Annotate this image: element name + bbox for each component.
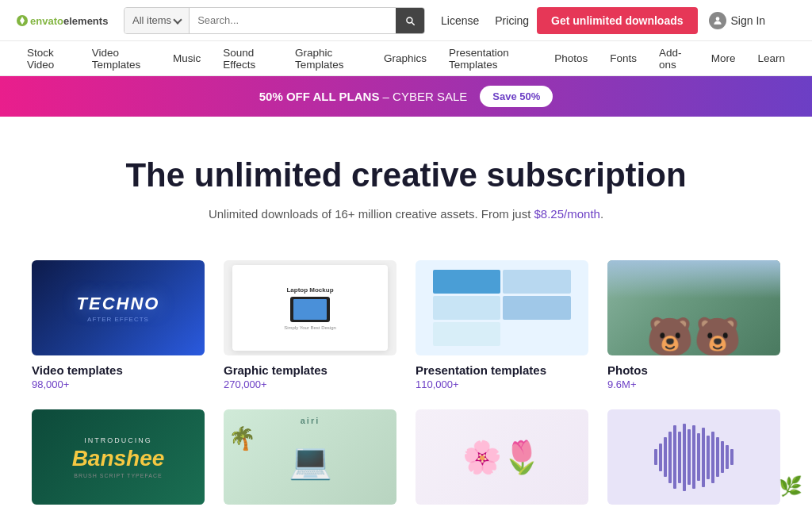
- search-button[interactable]: [396, 8, 424, 33]
- wave-bar-17: [730, 449, 733, 465]
- card-music-image: [607, 409, 780, 505]
- nav-more[interactable]: More: [700, 41, 747, 76]
- card-photos-count: 9.6M+: [607, 378, 780, 390]
- graphic-card-inner: Laptop Mockup Simply Your Best Design: [232, 265, 388, 351]
- header: envato elements All items License Pricin…: [0, 0, 812, 41]
- nav-graphic-templates[interactable]: Graphic Templates: [284, 41, 373, 76]
- card-music[interactable]: Royalty-Free Music 140,000+: [607, 409, 780, 507]
- wordpress-devices: airi 💻: [289, 432, 332, 482]
- nav-learn[interactable]: Learn: [746, 52, 796, 64]
- bear-emoji: 🐻🐻: [646, 315, 741, 355]
- nav-addons[interactable]: Add-ons: [648, 41, 700, 76]
- card-presentation-templates-image: [416, 260, 588, 355]
- presentation-grid: [433, 270, 571, 346]
- card-presentation-templates-title: Presentation templates: [416, 363, 588, 377]
- card-graphic-templates-title: Graphic templates: [224, 363, 396, 377]
- wave-bar-12: [707, 436, 710, 479]
- flower-icon: 🌸🌷: [462, 439, 542, 476]
- card-video-templates[interactable]: TECHNO AFTER EFFECTS Video templates 98,…: [32, 260, 205, 390]
- license-link[interactable]: License: [441, 14, 479, 27]
- mockup-subtitle: Simply Your Best Design: [284, 325, 336, 330]
- filter-label: All items: [132, 14, 171, 26]
- video-card-subtext: AFTER EFFECTS: [77, 316, 160, 323]
- pricing-link[interactable]: Pricing: [495, 14, 529, 27]
- wave-bar-5: [673, 425, 676, 489]
- card-graphic-templates-count: 270,000+: [224, 378, 396, 390]
- card-photos[interactable]: 🐻🐻 Photos 9.6M+: [607, 260, 780, 390]
- svg-text:envato: envato: [30, 15, 63, 27]
- pres-item-3: [433, 296, 501, 320]
- card-photos-title: Photos: [607, 363, 780, 377]
- wave-bar-10: [697, 433, 700, 481]
- search-filter-dropdown[interactable]: All items: [124, 8, 190, 33]
- nav-photos[interactable]: Photos: [543, 41, 599, 76]
- wave-bar-15: [721, 441, 724, 473]
- nav-graphics[interactable]: Graphics: [373, 41, 438, 76]
- banner-offer: 50% OFF ALL PLANS: [259, 90, 380, 103]
- wave-bar-9: [692, 425, 695, 489]
- wave-bar-1: [654, 449, 657, 465]
- nav-music[interactable]: Music: [162, 41, 212, 76]
- nav-items: Stock Video Video Templates Music Sound …: [16, 41, 746, 76]
- banner-text: 50% OFF ALL PLANS – CYBER SALE: [259, 90, 468, 103]
- pres-item-1: [433, 270, 501, 294]
- card-3d-image: 🌸🌷: [416, 409, 588, 505]
- nav-sound-effects[interactable]: Sound Effects: [212, 41, 284, 76]
- card-video-templates-title: Video templates: [32, 363, 205, 377]
- mockup-laptop: [290, 297, 330, 322]
- wave-bar-13: [711, 432, 714, 483]
- cards-grid: TECHNO AFTER EFFECTS Video templates 98,…: [32, 260, 780, 507]
- pres-item-5: [433, 322, 501, 346]
- card-graphic-templates[interactable]: Laptop Mockup Simply Your Best Design 🌿 …: [224, 260, 396, 390]
- card-fonts-image: INTRODUCING Banshee BRUSH SCRIPT TYPEFAC…: [32, 409, 205, 505]
- account-icon: [709, 12, 726, 29]
- search-bar: All items: [124, 7, 425, 34]
- sign-in-button[interactable]: Sign In: [709, 12, 766, 29]
- fonts-intro: INTRODUCING: [72, 436, 165, 444]
- card-video-templates-count: 98,000+: [32, 378, 205, 390]
- wave-bar-16: [726, 445, 729, 469]
- wave-bar-2: [659, 444, 662, 471]
- pres-item-4: [503, 296, 571, 320]
- logo-svg: envato elements: [16, 10, 111, 31]
- fonts-card-content: INTRODUCING Banshee BRUSH SCRIPT TYPEFAC…: [72, 436, 165, 478]
- wave-bar-8: [688, 429, 691, 485]
- wave-bar-3: [664, 437, 667, 477]
- nav-stock-video[interactable]: Stock Video: [16, 41, 81, 76]
- video-card-text: TECHNO: [77, 294, 160, 314]
- nav-presentation-templates[interactable]: Presentation Templates: [438, 41, 543, 76]
- svg-text:elements: elements: [63, 15, 108, 27]
- hero-section: The unlimited creative subscription Unli…: [0, 117, 812, 244]
- promo-banner: 50% OFF ALL PLANS – CYBER SALE Save 50%: [0, 76, 812, 117]
- card-video-templates-image: TECHNO AFTER EFFECTS: [32, 260, 205, 355]
- cta-button[interactable]: Get unlimited downloads: [537, 7, 697, 34]
- price-link[interactable]: $8.25/month: [534, 207, 600, 221]
- banner-cta-button[interactable]: Save 50%: [480, 86, 553, 107]
- hero-title: The unlimited creative subscription: [16, 156, 796, 194]
- card-fonts[interactable]: INTRODUCING Banshee BRUSH SCRIPT TYPEFAC…: [32, 409, 205, 507]
- category-grid: TECHNO AFTER EFFECTS Video templates 98,…: [0, 244, 812, 507]
- person-icon: [712, 15, 723, 26]
- card-presentation-templates-count: 110,000+: [416, 378, 588, 390]
- fonts-type: BRUSH SCRIPT TYPEFACE: [72, 473, 165, 478]
- mockup-screen: [293, 299, 327, 320]
- card-3d[interactable]: 🌸🌷 3D 220,000+: [416, 409, 588, 507]
- logo[interactable]: envato elements: [16, 10, 111, 31]
- airi-text: airi: [301, 416, 320, 425]
- waveform-visualization: [654, 424, 733, 491]
- wave-bar-4: [668, 432, 672, 483]
- nav-fonts[interactable]: Fonts: [599, 41, 648, 76]
- search-icon: [404, 15, 416, 26]
- nav-video-templates[interactable]: Video Templates: [81, 41, 162, 76]
- banner-suffix: – CYBER SALE: [379, 90, 467, 103]
- card-wordpress[interactable]: airi 💻 🌴 WordPress 6,700+: [224, 409, 396, 507]
- mockup-title: Laptop Mockup: [286, 286, 333, 294]
- sign-in-label: Sign In: [731, 14, 766, 27]
- card-presentation-templates[interactable]: Presentation templates 110,000+: [416, 260, 588, 390]
- chevron-down-icon: [173, 15, 182, 24]
- wave-bar-7: [683, 424, 686, 491]
- card-photos-image: 🐻🐻: [607, 260, 780, 355]
- video-card-content: TECHNO AFTER EFFECTS: [77, 294, 160, 323]
- wp-plant-icon: 🌴: [228, 425, 256, 451]
- search-input[interactable]: [190, 8, 396, 33]
